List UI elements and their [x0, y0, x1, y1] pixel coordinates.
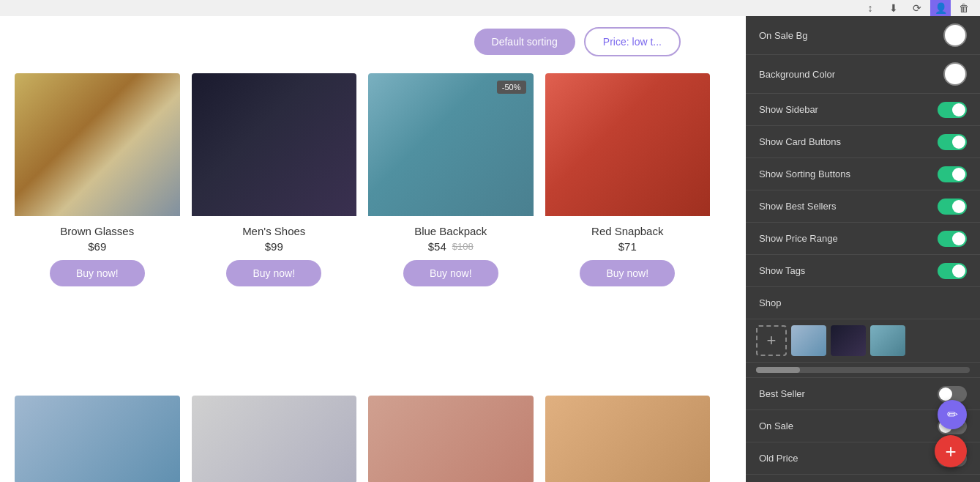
product-card-0: Brown Glasses $69 Buy now!: [15, 73, 180, 295]
product-price-3: $71: [618, 240, 637, 253]
sort-icon[interactable]: ↕: [860, 0, 880, 16]
shop-label: Shop: [759, 297, 781, 308]
panel-row-on-sale-bg: On Sale Bg: [746, 16, 980, 55]
download-icon[interactable]: ⬇: [883, 0, 904, 16]
background-color-label: Background Color: [759, 69, 835, 80]
shop-thumb-2[interactable]: [870, 325, 905, 356]
buy-btn-3[interactable]: Buy now!: [580, 260, 675, 286]
product-card-small-0: [15, 396, 180, 482]
product-card-3: Red Snapback $71 Buy now!: [545, 73, 711, 295]
top-toolbar: ↕ ⬇ ⟳ 👤 🗑: [0, 0, 980, 16]
background-color-swatch[interactable]: [943, 62, 967, 86]
scrollbar-row: [746, 363, 980, 378]
show-sidebar-toggle[interactable]: [938, 102, 967, 118]
product-card-1: Men's Shoes $99 Buy now!: [192, 73, 357, 295]
product-card-small-3: [545, 396, 711, 482]
panel-row-show-tags: Show Tags: [746, 255, 980, 287]
panel-row-image: Image: [746, 475, 980, 482]
product-name-1: Men's Shoes: [242, 225, 305, 237]
show-price-range-toggle[interactable]: [938, 231, 967, 247]
price-old-2: $108: [452, 241, 474, 252]
product-card-small-2: [368, 396, 534, 482]
sorting-bar: Default sorting Price: low t...: [0, 16, 725, 67]
price-current-3: $71: [618, 240, 637, 253]
show-sorting-buttons-toggle[interactable]: [938, 166, 967, 182]
product-image-2: -50%: [368, 73, 534, 216]
show-best-sellers-toggle[interactable]: [938, 199, 967, 215]
shop-add-btn[interactable]: +: [756, 325, 787, 356]
user-icon[interactable]: 👤: [930, 0, 951, 16]
pencil-fab[interactable]: ✏: [938, 400, 967, 429]
refresh-icon[interactable]: ⟳: [907, 0, 927, 16]
panel-row-show-sorting-buttons: Show Sorting Buttons: [746, 158, 980, 190]
product-card-2: -50% Blue Backpack $54 $108 Buy now!: [368, 73, 534, 295]
shop-thumb-0[interactable]: [791, 325, 826, 356]
show-card-buttons-toggle[interactable]: [938, 134, 967, 150]
show-best-sellers-label: Show Best Sellers: [759, 201, 837, 212]
product-price-0: $69: [88, 240, 106, 253]
shop-thumb-1[interactable]: [831, 325, 866, 356]
panel-row-show-sidebar: Show Sidebar: [746, 94, 980, 126]
product-image-1: [192, 73, 357, 216]
show-sidebar-label: Show Sidebar: [759, 104, 818, 115]
product-grid-row2: [0, 396, 725, 482]
show-sorting-buttons-label: Show Sorting Buttons: [759, 168, 850, 179]
show-tags-toggle[interactable]: [938, 263, 967, 279]
buy-btn-0[interactable]: Buy now!: [50, 260, 145, 286]
price-sorting-btn[interactable]: Price: low t...: [584, 27, 681, 56]
panel-row-show-best-sellers: Show Best Sellers: [746, 190, 980, 223]
on-sale-bg-color[interactable]: [943, 23, 967, 47]
sale-badge-2: -50%: [497, 81, 526, 94]
on-sale-bg-label: On Sale Bg: [759, 30, 808, 41]
product-grid: Brown Glasses $69 Buy now! Men's Shoes $…: [0, 66, 725, 303]
product-name-0: Brown Glasses: [60, 225, 134, 237]
shop-images-row: +: [746, 319, 980, 363]
panel-row-show-price-range: Show Price Range: [746, 223, 980, 255]
panel-row-show-card-buttons: Show Card Buttons: [746, 126, 980, 158]
price-current-0: $69: [88, 240, 106, 253]
old-price-label: Old Price: [759, 453, 798, 464]
panel-row-background-color: Background Color: [746, 55, 980, 94]
add-fab[interactable]: +: [935, 435, 967, 467]
show-price-range-label: Show Price Range: [759, 233, 838, 244]
product-name-2: Blue Backpack: [414, 225, 487, 237]
price-current-1: $99: [265, 240, 283, 253]
buy-btn-2[interactable]: Buy now!: [403, 260, 498, 286]
scroll-thumb[interactable]: [756, 367, 800, 373]
buy-btn-1[interactable]: Buy now!: [226, 260, 321, 286]
show-tags-label: Show Tags: [759, 265, 805, 276]
product-name-3: Red Snapback: [591, 225, 663, 237]
show-card-buttons-label: Show Card Buttons: [759, 136, 841, 147]
main-content: Default sorting Price: low t... Brown Gl…: [0, 0, 747, 482]
product-price-1: $99: [265, 240, 283, 253]
product-image-3: [545, 73, 711, 216]
on-sale-label: On Sale: [759, 420, 793, 431]
trash-icon[interactable]: 🗑: [954, 0, 974, 16]
default-sorting-btn[interactable]: Default sorting: [474, 29, 575, 55]
panel-row-shop: Shop: [746, 287, 980, 319]
best-seller-label: Best Seller: [759, 388, 805, 399]
product-price-2: $54 $108: [428, 240, 474, 253]
product-card-small-1: [192, 396, 357, 482]
product-image-0: [15, 73, 180, 216]
scroll-track[interactable]: [756, 367, 970, 373]
price-current-2: $54: [428, 240, 446, 253]
